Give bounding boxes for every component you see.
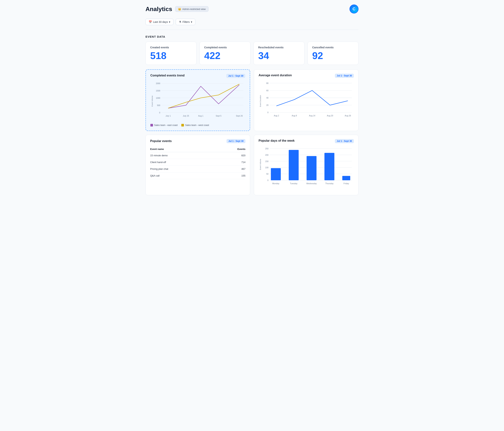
svg-text:Aug 14: Aug 14 — [309, 114, 315, 117]
date-range-button[interactable]: 📅 Last 30 days ▾ — [145, 19, 173, 25]
stats-grid: Created events 518 Completed events 422 … — [145, 42, 359, 65]
duration-line — [276, 90, 348, 106]
svg-text:60: 60 — [266, 89, 269, 92]
popular-events-header-row: Popular events Jul 1 - Sept 30 — [150, 139, 245, 143]
completed-events-trend-card: Completed events trend Jul 1 - Sept 30 2… — [145, 69, 250, 131]
stat-card-rescheduled: Rescheduled events 34 — [253, 42, 305, 65]
completed-trend-title: Completed events trend — [150, 74, 184, 77]
svg-text:Sept 5: Sept 5 — [216, 115, 221, 117]
svg-text:Sept 26: Sept 26 — [236, 115, 243, 117]
svg-text:250: 250 — [265, 148, 269, 150]
popular-days-header: Popular days of the week Jul 1 - Sept 30 — [259, 139, 354, 143]
event-name-cell: Client hand-off — [150, 159, 216, 166]
table-row: Pricing plan chat 467 — [150, 166, 245, 172]
completed-trend-header: Completed events trend Jul 1 - Sept 30 — [150, 74, 245, 78]
filter-icon: ⚗ — [179, 20, 181, 23]
filters-bar: 📅 Last 30 days ▾ ⚗ Filters ▾ — [145, 19, 359, 25]
calendar-icon: 📅 — [149, 20, 152, 23]
popular-days-title: Popular days of the week — [259, 139, 295, 142]
west-coast-line — [168, 84, 239, 108]
svg-text:1000: 1000 — [156, 97, 160, 99]
date-range-label: Last 30 days — [153, 20, 168, 23]
table-row: Client hand-off 714 — [150, 159, 245, 166]
east-coast-legend-dot — [150, 124, 153, 126]
chevron-down-icon-2: ▾ — [191, 20, 192, 23]
west-coast-label: Sales team - west coast — [185, 124, 209, 126]
popular-events-card: Popular events Jul 1 - Sept 30 Event nam… — [145, 135, 250, 195]
event-count-cell: 820 — [216, 152, 245, 159]
page-title: Analytics — [145, 6, 172, 13]
svg-text:20: 20 — [266, 104, 269, 106]
event-name-cell: Q&A call — [150, 172, 216, 179]
bottom-row: Popular events Jul 1 - Sept 30 Event nam… — [145, 135, 359, 195]
svg-text:50: 50 — [266, 173, 269, 175]
svg-text:July 25: July 25 — [183, 115, 189, 117]
svg-text:Event Duration: Event Duration — [259, 95, 261, 107]
svg-text:Monday: Monday — [272, 182, 279, 185]
popular-events-title: Popular events — [150, 140, 172, 143]
stat-value-completed: 422 — [204, 51, 246, 61]
admin-badge: 👑 Admin-restricted view — [175, 6, 208, 12]
svg-text:500: 500 — [157, 104, 160, 106]
completed-trend-chart: 2000 1500 1000 500 0 Event Volume July 1… — [150, 81, 245, 121]
popular-days-chart: 250 200 150 100 50 0 Event Volume Monday… — [259, 147, 354, 190]
west-coast-legend-dot — [181, 124, 184, 126]
east-coast-label: Sales team - east coast — [154, 124, 178, 126]
svg-text:Aug 1: Aug 1 — [198, 115, 203, 117]
event-name-cell: Pricing plan chat — [150, 166, 216, 172]
legend-west-coast: Sales team - west coast — [181, 124, 209, 126]
logo-text: C — [352, 7, 356, 11]
header-left: Analytics 👑 Admin-restricted view — [145, 6, 208, 13]
filters-button[interactable]: ⚗ Filters ▾ — [176, 19, 195, 25]
stat-label-rescheduled: Rescheduled events — [258, 46, 300, 49]
legend-east-coast: Sales team - east coast — [150, 124, 178, 126]
bar-friday — [342, 176, 350, 180]
svg-text:July 1: July 1 — [166, 115, 171, 117]
stat-card-cancelled: Cancelled events 92 — [307, 42, 359, 65]
svg-text:Event Volume: Event Volume — [259, 159, 261, 170]
svg-text:Aug 20: Aug 20 — [327, 114, 333, 117]
popular-days-card: Popular days of the week Jul 1 - Sept 30… — [254, 135, 359, 195]
svg-text:1500: 1500 — [156, 89, 160, 92]
svg-text:0: 0 — [267, 111, 269, 114]
svg-text:Tuesday: Tuesday — [290, 182, 297, 185]
stat-label-cancelled: Cancelled events — [312, 46, 354, 49]
stat-label-completed: Completed events — [204, 46, 246, 49]
svg-text:Event Volume: Event Volume — [151, 96, 153, 106]
admin-badge-label: Admin-restricted view — [182, 8, 206, 10]
stat-value-cancelled: 92 — [312, 51, 354, 61]
svg-text:Aug 2: Aug 2 — [274, 114, 279, 117]
svg-text:40: 40 — [266, 97, 269, 99]
events-table: Event name Events 15 minute demo 820 Cli… — [150, 146, 245, 179]
col-event-name: Event name — [150, 146, 216, 152]
svg-text:150: 150 — [265, 160, 269, 162]
svg-text:100: 100 — [265, 167, 269, 169]
app-logo: C — [350, 5, 359, 14]
divider — [145, 30, 359, 30]
stat-label-created: Created events — [150, 46, 192, 49]
stat-value-created: 518 — [150, 51, 192, 61]
charts-row: Completed events trend Jul 1 - Sept 30 2… — [145, 69, 359, 131]
avg-duration-card: Average event duration Jul 1 - Sept 30 8… — [254, 69, 359, 131]
stat-card-completed: Completed events 422 — [199, 42, 251, 65]
svg-text:80: 80 — [266, 82, 269, 84]
bar-wednesday — [306, 156, 316, 180]
event-count-cell: 714 — [216, 159, 245, 166]
svg-text:200: 200 — [265, 154, 269, 156]
bar-thursday — [324, 153, 334, 180]
svg-text:Aug 8: Aug 8 — [292, 114, 297, 117]
svg-text:Aug 26: Aug 26 — [345, 114, 351, 117]
event-name-cell: 15 minute demo — [150, 152, 216, 159]
col-events-count: Events — [216, 146, 245, 152]
bar-tuesday — [289, 150, 299, 180]
stat-card-created: Created events 518 — [145, 42, 197, 65]
avg-duration-chart: 80 60 40 20 0 Event Duration Aug 2 Aug 8… — [259, 81, 354, 121]
avg-duration-header: Average event duration Jul 1 - Sept 30 — [259, 74, 354, 78]
completed-trend-legend: Sales team - east coast Sales team - wes… — [150, 124, 245, 126]
event-count-cell: 155 — [216, 172, 245, 179]
svg-text:Thursday: Thursday — [325, 182, 334, 185]
crown-icon: 👑 — [178, 8, 181, 10]
section-title: EVENT DATA — [145, 35, 359, 38]
avg-duration-date: Jul 1 - Sept 30 — [335, 74, 354, 78]
table-row: Q&A call 155 — [150, 172, 245, 179]
